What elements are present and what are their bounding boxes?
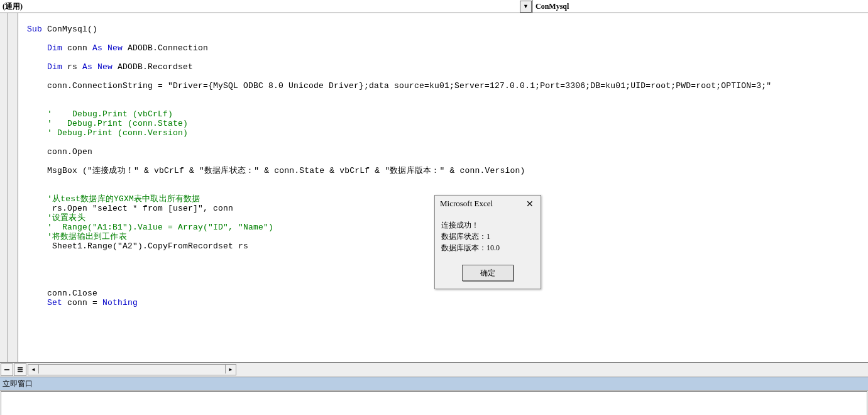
message-box-body: 连接成功！ 数据库状态：1 数据库版本：10.0 [435,213,541,256]
code-comment: ' Debug.Print (vbCrLf) [27,109,173,119]
procedure-view-button[interactable] [1,363,13,376]
object-dropdown[interactable]: (通用) ▼ [0,0,533,13]
message-line: 数据库版本：10.0 [441,242,534,253]
code-line: conn.ConnectionString = "Driver={MySQL O… [27,81,771,91]
code-line: MsgBox ("连接成功！" & vbCrLf & "数据库状态：" & co… [27,166,525,175]
message-box-titlebar: Microsoft Excel ✕ [435,196,541,213]
margin-indicator-bar [0,13,18,362]
scroll-right-icon[interactable]: ▶ [225,365,236,374]
svg-rect-0 [4,369,9,370]
close-icon[interactable]: ✕ [524,198,536,209]
code-comment: ' Debug.Print (conn.Version) [27,128,188,138]
code-workspace: Sub ConMysql() Dim conn As New ADODB.Con… [0,13,868,362]
svg-rect-3 [18,371,23,372]
svg-rect-1 [18,367,23,368]
immediate-window-title: 立即窗口 [0,377,868,390]
code-line: Sheet1.Range("A2").CopyFromRecordset rs [27,241,248,251]
code-comment: '将数据输出到工作表 [27,232,127,241]
message-line: 数据库状态：1 [441,231,534,242]
code-line: conn.Close [27,289,97,298]
code-keyword: Sub [27,25,42,34]
ok-button[interactable]: 确定 [462,265,514,281]
horizontal-scrollbar[interactable]: ◀ ▶ [28,364,236,375]
code-line: conn.Open [27,147,92,157]
message-line: 连接成功！ [441,219,534,231]
object-dropdown-label: (通用) [0,1,519,13]
scroll-left-icon[interactable]: ◀ [28,365,39,374]
code-comment: ' Range("A1:B1").Value = Array("ID", "Na… [27,223,273,232]
code-comment: '从test数据库的YGXM表中取出所有数据 [27,194,201,204]
object-procedure-bar: (通用) ▼ ConMysql ▼ [0,0,868,13]
procedure-dropdown-label: ConMysql [533,1,855,12]
immediate-window[interactable] [1,391,867,415]
code-comment: ' Debug.Print (conn.State) [27,119,188,128]
chevron-down-icon[interactable]: ▼ [520,1,532,13]
message-box: Microsoft Excel ✕ 连接成功！ 数据库状态：1 数据库版本：10… [434,195,541,289]
procedure-dropdown[interactable]: ConMysql ▼ [533,0,868,13]
code-comment: '设置表头 [27,213,85,223]
message-box-title: Microsoft Excel [440,199,493,209]
full-module-view-button[interactable] [14,363,26,376]
view-bar: ◀ ▶ [0,362,868,377]
svg-rect-2 [18,369,23,370]
code-line: rs.Open "select * from [user]", conn [27,204,233,213]
code-editor[interactable]: Sub ConMysql() Dim conn As New ADODB.Con… [18,13,868,362]
